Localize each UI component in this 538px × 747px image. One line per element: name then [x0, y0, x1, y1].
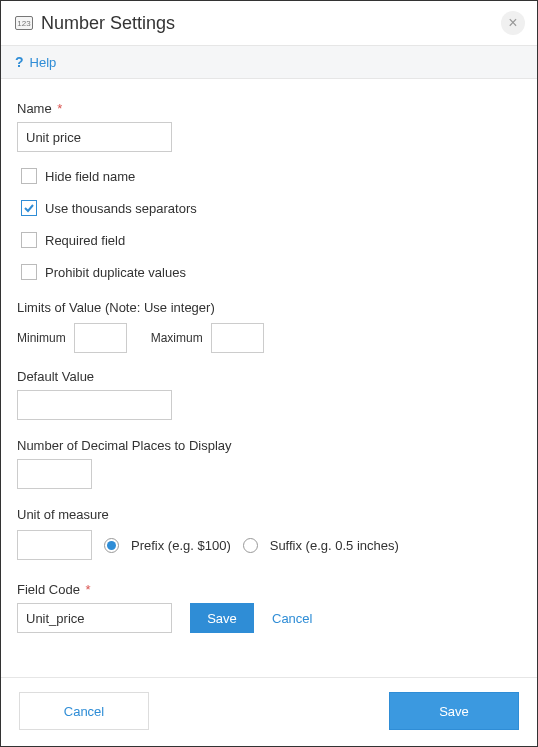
default-value-label: Default Value — [17, 369, 521, 384]
required-field-checkbox[interactable] — [21, 232, 37, 248]
prohibit-duplicate-row: Prohibit duplicate values — [21, 264, 521, 280]
prefix-radio[interactable] — [104, 538, 119, 553]
dialog-title: Number Settings — [41, 13, 501, 34]
name-label: Name * — [17, 101, 521, 116]
prohibit-duplicate-checkbox[interactable] — [21, 264, 37, 280]
required-field-row: Required field — [21, 232, 521, 248]
thousands-separators-checkbox[interactable] — [21, 200, 37, 216]
decimal-places-input[interactable] — [17, 459, 92, 489]
decimal-places-label: Number of Decimal Places to Display — [17, 438, 521, 453]
cancel-button[interactable]: Cancel — [19, 692, 149, 730]
number-field-icon: 123 — [15, 16, 33, 30]
required-field-label: Required field — [45, 233, 125, 248]
maximum-label: Maximum — [151, 331, 203, 345]
hide-field-name-checkbox[interactable] — [21, 168, 37, 184]
field-code-cancel-link[interactable]: Cancel — [272, 611, 312, 626]
hide-field-name-row: Hide field name — [21, 168, 521, 184]
maximum-input[interactable] — [211, 323, 264, 353]
limits-row: Minimum Maximum — [17, 323, 521, 353]
field-code-save-button[interactable]: Save — [190, 603, 254, 633]
field-code-input[interactable] — [17, 603, 172, 633]
help-link[interactable]: Help — [30, 55, 57, 70]
titlebar: 123 Number Settings × — [1, 1, 537, 45]
form-body: Name * Hide field name Use thousands sep… — [1, 79, 537, 677]
limits-label: Limits of Value (Note: Use integer) — [17, 300, 521, 315]
close-icon: × — [508, 14, 517, 32]
suffix-label: Suffix (e.g. 0.5 inches) — [270, 538, 399, 553]
hide-field-name-label: Hide field name — [45, 169, 135, 184]
help-icon: ? — [15, 54, 24, 70]
unit-of-measure-input[interactable] — [17, 530, 92, 560]
prohibit-duplicate-label: Prohibit duplicate values — [45, 265, 186, 280]
prefix-label: Prefix (e.g. $100) — [131, 538, 231, 553]
number-settings-dialog: 123 Number Settings × ? Help Name * Hide… — [0, 0, 538, 747]
suffix-radio[interactable] — [243, 538, 258, 553]
default-value-input[interactable] — [17, 390, 172, 420]
save-button[interactable]: Save — [389, 692, 519, 730]
minimum-label: Minimum — [17, 331, 66, 345]
unit-of-measure-label: Unit of measure — [17, 507, 521, 522]
thousands-separators-row: Use thousands separators — [21, 200, 521, 216]
name-input[interactable] — [17, 122, 172, 152]
field-code-label-text: Field Code — [17, 582, 80, 597]
field-code-row: Save Cancel — [17, 603, 521, 633]
help-bar: ? Help — [1, 45, 537, 79]
minimum-input[interactable] — [74, 323, 127, 353]
field-code-label: Field Code * — [17, 582, 521, 597]
name-label-text: Name — [17, 101, 52, 116]
required-mark: * — [57, 101, 62, 116]
unit-of-measure-row: Prefix (e.g. $100) Suffix (e.g. 0.5 inch… — [17, 530, 521, 560]
dialog-footer: Cancel Save — [1, 677, 537, 746]
thousands-separators-label: Use thousands separators — [45, 201, 197, 216]
required-mark: * — [86, 582, 91, 597]
close-button[interactable]: × — [501, 11, 525, 35]
